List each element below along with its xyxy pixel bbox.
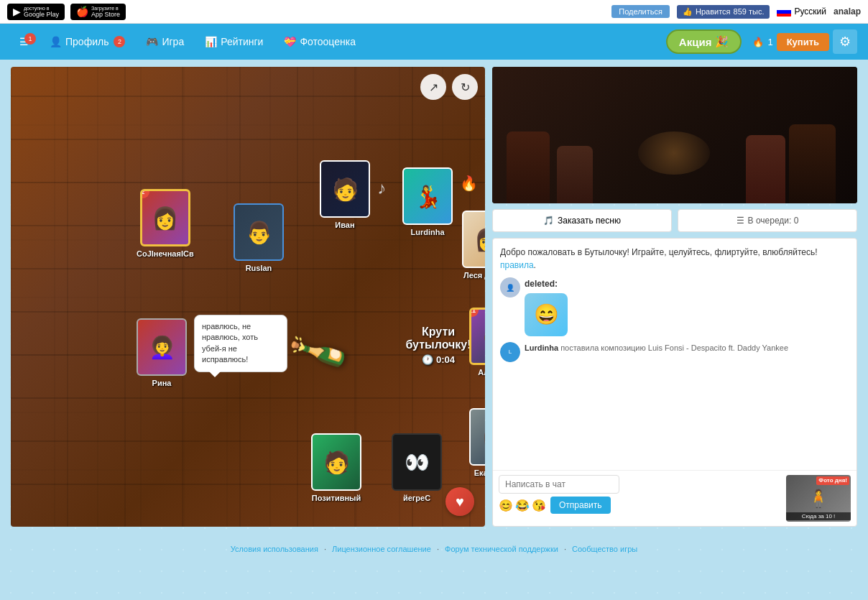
photo-day-label: Фото дня! <box>816 476 849 485</box>
queue-status: ☰ В очереди: 0 <box>678 209 857 232</box>
chat-deleted-msg: 👤 deleted: 😄 <box>500 277 849 336</box>
figure-4 <box>746 135 785 203</box>
like-button[interactable]: 👍 Нравится 859 тыс. <box>677 5 770 19</box>
player-card-4[interactable]: 💃 Lurdinha <box>402 167 453 236</box>
player-card-1[interactable]: 👩 2 СоJIнечнаяICв <box>137 189 194 258</box>
player-photo-1: 👩 2 <box>140 189 190 246</box>
player-name-2: Ruslan <box>234 264 284 272</box>
player-photo-6: 👩‍🦱 <box>137 318 187 376</box>
community-link[interactable]: Сообщество игры <box>572 545 637 553</box>
timer-value: 0:04 <box>436 354 455 365</box>
chat-area: Добро пожаловать в Бутылочку! Играйте, ц… <box>492 238 857 527</box>
player-photo-5: 👩 <box>462 211 485 268</box>
refresh-game-button[interactable]: ↻ <box>452 74 478 100</box>
welcome-text: Добро пожаловать в Бутылочку! Играйте, ц… <box>500 247 818 257</box>
player-name-10: Екатерина <box>469 469 485 477</box>
chat-input-wrapper: 😊 😂 😘 Отправить <box>499 475 782 522</box>
rules-link[interactable]: правила <box>500 260 534 270</box>
photo-rating-label: Фотооценка <box>300 36 356 47</box>
chat-bottom: 😊 😂 😘 Отправить 🧍 Фото дня! Сюда за 10 ! <box>493 470 857 526</box>
buy-button[interactable]: Купить <box>777 33 829 51</box>
player-photo-10: 👩 <box>469 408 485 466</box>
share-button[interactable]: Поделиться <box>611 5 670 18</box>
share-game-button[interactable]: ↗ <box>420 74 446 100</box>
deleted-username: deleted: <box>525 279 558 289</box>
nav-ratings[interactable]: 📊 Рейтинги <box>196 32 272 52</box>
player-photo-8: 🧑 <box>311 433 361 491</box>
game-label: Игра <box>162 36 184 47</box>
player-card-9[interactable]: 👀 йегреС <box>392 433 442 502</box>
song-text: поставила композицию Luis Fonsi - Despac… <box>560 343 788 352</box>
emoji-btn-2[interactable]: 😂 <box>515 499 530 512</box>
chat-input[interactable] <box>499 475 619 494</box>
player-card-5[interactable]: 👩 Леся Дошна <box>462 211 485 280</box>
heart-nav-icon: 💝 <box>284 36 296 47</box>
speech-bubble: нравлюсь, не нравлюсь, хоть убей-я не ис… <box>194 315 287 372</box>
song-username: Lurdinha <box>525 343 558 352</box>
gear-icon: ⚙ <box>839 34 851 50</box>
nav-profile[interactable]: 👤 Профиль 2 <box>41 32 134 52</box>
language-label: Русский <box>794 6 826 17</box>
player-badge-7: 11 <box>469 308 479 317</box>
nav-bar: ☰ 1 👤 Профиль 2 🎮 Игра 📊 Рейтинги 💝 Фото… <box>0 24 868 60</box>
ratings-label: Рейтинги <box>221 36 263 47</box>
video-figures <box>492 67 857 203</box>
support-link[interactable]: Форум технической поддержки <box>445 545 558 553</box>
profile-label: Профиль <box>65 36 108 47</box>
google-play-button[interactable]: ▶ доступно в Google Play <box>7 4 65 20</box>
language-selector[interactable]: Русский <box>777 6 826 17</box>
player-card-3[interactable]: 🧑 Иван <box>320 160 370 229</box>
player-card-8[interactable]: 🧑 Позитивный <box>311 433 361 502</box>
player-name-6: Рина <box>137 379 187 387</box>
player-card-6[interactable]: 👩‍🦱 Рина <box>137 318 187 387</box>
speech-text: нравлюсь, не нравлюсь, хоть убей-я не ис… <box>202 322 258 364</box>
photo-of-day[interactable]: 🧍 Фото дня! Сюда за 10 ! <box>786 475 851 522</box>
player-card-2[interactable]: 👨 Ruslan <box>234 203 284 272</box>
figure-2 <box>557 146 593 203</box>
flame-icon: 🔥 <box>460 175 478 192</box>
top-bar-right: Поделиться 👍 Нравится 859 тыс. Русский a… <box>611 5 861 19</box>
emoji-btn-1[interactable]: 😊 <box>499 499 513 512</box>
order-song-button[interactable]: 🎵 Заказать песню <box>492 209 672 232</box>
license-link[interactable]: Лицензионное соглашение <box>332 545 431 553</box>
nav-photo-rating[interactable]: 💝 Фотооценка <box>275 32 364 52</box>
song-msg-content: Lurdinha поставила композицию Luis Fonsi… <box>525 342 788 354</box>
main-content: ↗ ↻ 👩 2 СоJIнечнаяICв нравлюсь, не нравл… <box>0 60 868 534</box>
player-card-10[interactable]: 👩 Екатерина <box>469 408 485 477</box>
chat-msg-content: deleted: 😄 <box>525 277 568 336</box>
settings-button[interactable]: ⚙ <box>833 29 857 54</box>
player-name-5: Леся Дошна <box>462 271 485 280</box>
photo-day-price: Сюда за 10 ! <box>786 512 851 520</box>
player-name-1: СоJIнечнаяICв <box>137 249 194 258</box>
chat-messages: Добро пожаловать в Бутылочку! Играйте, ц… <box>493 239 857 470</box>
chat-song-msg: L Lurdinha поставила композицию Luis Fon… <box>500 342 849 362</box>
player-name-8: Позитивный <box>311 494 361 502</box>
nav-menu[interactable]: ☰ 1 <box>11 32 37 52</box>
right-panel: 🎵 Заказать песню ☰ В очереди: 0 Добро по… <box>492 67 857 527</box>
terms-link[interactable]: Условия использования <box>231 545 318 553</box>
player-name-4: Lurdinha <box>402 228 453 236</box>
chat-action-bar: 😊 😂 😘 Отправить <box>499 494 782 517</box>
player-photo-9: 👀 <box>392 433 442 491</box>
app-store-button[interactable]: 🍎 Загрузите в App Store <box>70 4 126 20</box>
emoji-btn-3[interactable]: 😘 <box>532 499 546 512</box>
like-label: Нравится <box>696 7 731 16</box>
flag-icon <box>777 7 791 17</box>
akciya-button[interactable]: Акция 🎉 <box>666 29 742 54</box>
player-card-7[interactable]: 🧔 11 Алексей <box>469 308 485 377</box>
game-controls: ↗ ↻ <box>420 74 478 100</box>
figure-1 <box>507 131 550 203</box>
buy-section: 🔥 1 Купить <box>752 33 829 51</box>
music-controls: 🎵 Заказать песню ☰ В очереди: 0 <box>492 209 857 232</box>
game-area: ↗ ↻ 👩 2 СоJIнечнаяICв нравлюсь, не нравл… <box>11 67 485 527</box>
send-button[interactable]: Отправить <box>550 497 611 514</box>
game-icon: 🎮 <box>146 36 158 47</box>
menu-badge: 1 <box>24 33 36 45</box>
nav-game[interactable]: 🎮 Игра <box>137 32 193 52</box>
heart-button[interactable]: ♥ <box>445 487 474 516</box>
footer: Условия использования · Лицензионное сог… <box>0 534 868 564</box>
refresh-icon: ↻ <box>461 80 470 94</box>
like-count: 859 тыс. <box>734 7 765 16</box>
ratings-icon: 📊 <box>205 36 217 47</box>
heart-icon: ♥ <box>456 494 464 510</box>
